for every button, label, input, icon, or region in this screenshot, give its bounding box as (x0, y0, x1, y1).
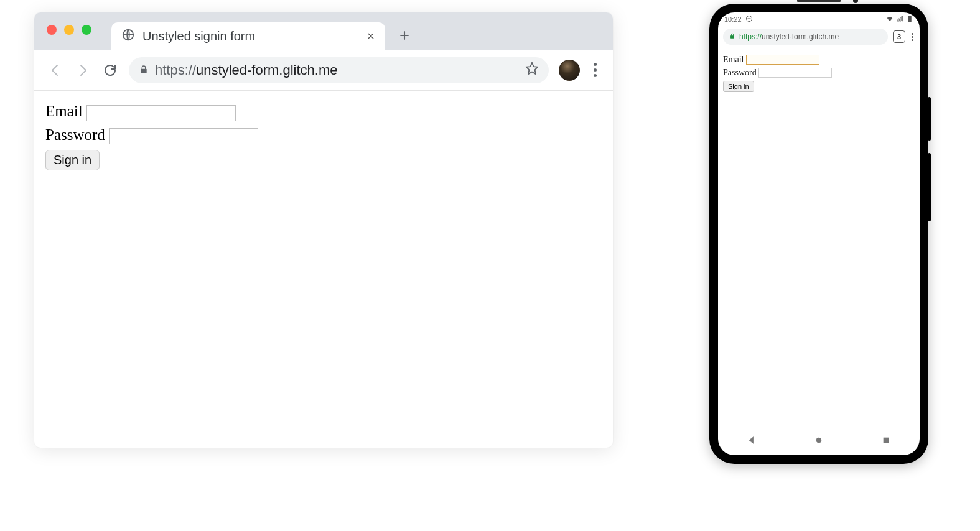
mobile-password-row: Password (723, 66, 915, 79)
svg-rect-3 (908, 16, 912, 22)
mobile-email-field[interactable] (746, 55, 819, 65)
browser-menu-button[interactable] (590, 62, 600, 78)
tab-switcher-button[interactable]: 3 (893, 30, 905, 43)
page-content: Email Password Sign in (34, 91, 613, 179)
svg-rect-5 (884, 438, 889, 443)
desktop-browser-window: Unstyled signin form (34, 12, 613, 448)
signin-button[interactable]: Sign in (45, 150, 100, 170)
phone-frame: 10:22 (709, 4, 928, 464)
back-button[interactable] (47, 62, 64, 79)
phone-camera-icon (853, 0, 858, 3)
phone-volume-button (928, 153, 931, 221)
mobile-address-bar[interactable]: https://unstyled-form.glitch.me (723, 29, 888, 45)
password-label: Password (45, 126, 105, 143)
mobile-password-label: Password (723, 68, 757, 77)
nav-recent-button[interactable] (881, 435, 891, 448)
reload-button[interactable] (101, 62, 119, 79)
email-field[interactable] (86, 105, 236, 121)
profile-avatar[interactable] (559, 60, 580, 81)
browser-tab[interactable]: Unstyled signin form (111, 22, 385, 50)
tab-strip: Unstyled signin form (34, 12, 613, 50)
forward-button[interactable] (74, 62, 91, 79)
phone-speaker (797, 0, 841, 2)
lock-icon (729, 32, 735, 41)
mobile-email-row: Email (723, 53, 915, 66)
mobile-browser-toolbar: https://unstyled-form.glitch.me 3 (718, 26, 920, 50)
mobile-menu-button[interactable] (910, 32, 915, 42)
phone-screen: 10:22 (718, 12, 920, 455)
url-text: https://unstyled-form.glitch.me (155, 62, 337, 78)
nav-home-button[interactable] (814, 435, 824, 448)
bookmark-button[interactable] (525, 62, 539, 79)
close-window-button[interactable] (47, 25, 57, 35)
mobile-email-label: Email (723, 55, 744, 64)
wifi-icon (886, 15, 894, 24)
do-not-disturb-icon (745, 15, 753, 24)
minimize-window-button[interactable] (64, 25, 74, 35)
tab-title: Unstyled signin form (142, 29, 359, 44)
mobile-password-field[interactable] (758, 68, 832, 78)
battery-icon (906, 15, 913, 24)
email-row: Email (45, 99, 602, 123)
phone-power-button (928, 97, 931, 141)
phone-status-bar: 10:22 (718, 12, 920, 26)
password-field[interactable] (109, 128, 258, 144)
browser-toolbar: https://unstyled-form.glitch.me (34, 50, 613, 91)
password-row: Password (45, 123, 602, 147)
mobile-url-text: https://unstyled-form.glitch.me (739, 32, 839, 41)
email-label: Email (45, 103, 83, 119)
svg-point-4 (816, 438, 821, 443)
close-tab-button[interactable] (366, 29, 375, 44)
new-tab-button[interactable] (394, 25, 415, 46)
maximize-window-button[interactable] (82, 25, 91, 35)
globe-icon (121, 28, 135, 45)
status-time: 10:22 (724, 16, 742, 23)
mobile-signin-button[interactable]: Sign in (723, 81, 754, 92)
window-controls (47, 25, 91, 35)
mobile-page-content: Email Password Sign in (718, 50, 920, 427)
signal-icon (896, 15, 903, 24)
svg-marker-1 (526, 62, 538, 73)
nav-back-button[interactable] (747, 435, 757, 448)
android-nav-bar (718, 427, 920, 455)
address-bar[interactable]: https://unstyled-form.glitch.me (129, 57, 549, 83)
lock-icon (139, 62, 149, 78)
